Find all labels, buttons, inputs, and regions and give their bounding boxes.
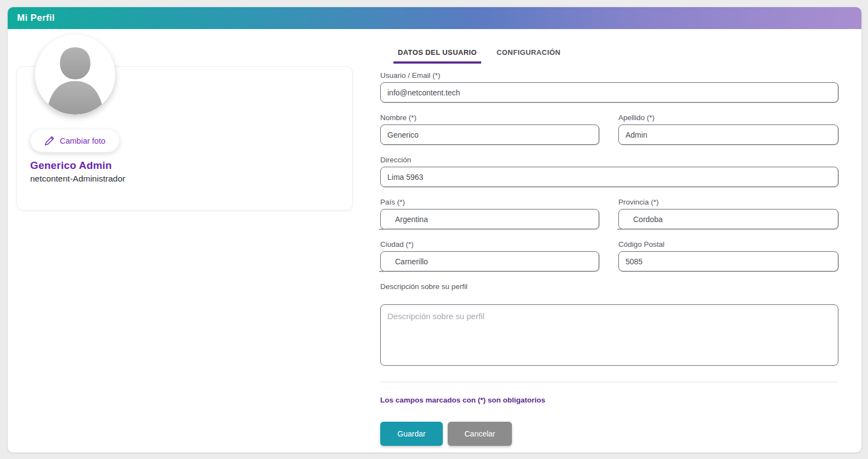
nombre-field[interactable] xyxy=(380,124,599,145)
form-actions: Guardar Cancelar xyxy=(380,422,838,446)
page-title: Mi Perfil xyxy=(17,13,55,24)
save-button[interactable]: Guardar xyxy=(380,422,443,446)
codigo-postal-label: Código Postal xyxy=(618,240,838,248)
required-fields-note: Los campos marcados con (*) son obligato… xyxy=(380,396,838,404)
form-divider xyxy=(380,382,838,382)
apellido-label: Apellido (*) xyxy=(618,114,838,122)
codigo-postal-field[interactable] xyxy=(618,251,838,271)
email-field[interactable] xyxy=(380,82,838,103)
pais-label: País (*) xyxy=(380,198,599,206)
tab-datos-del-usuario[interactable]: DATOS DEL USUARIO xyxy=(393,45,481,64)
profile-name: Generico Admin xyxy=(30,160,112,172)
change-photo-label: Cambiar foto xyxy=(60,137,105,145)
ciudad-field[interactable] xyxy=(380,251,599,271)
user-data-form: DATOS DEL USUARIO CONFIGURACIÓN Usuario … xyxy=(380,7,838,446)
avatar xyxy=(35,35,115,115)
pais-select-wrap xyxy=(380,209,599,229)
cancel-button[interactable]: Cancelar xyxy=(448,422,512,446)
change-photo-button[interactable]: Cambiar foto xyxy=(30,129,120,152)
descripcion-label: Descripción sobre su perfil xyxy=(380,282,838,291)
person-silhouette-icon xyxy=(35,35,115,115)
ciudad-label: Ciudad (*) xyxy=(380,240,599,248)
descripcion-field[interactable] xyxy=(380,304,838,366)
apellido-field[interactable] xyxy=(618,124,838,145)
email-label: Usuario / Email (*) xyxy=(380,71,838,80)
ciudad-select-wrap xyxy=(380,251,599,271)
profile-role: netcontent-Administrador xyxy=(30,174,125,184)
nombre-label: Nombre (*) xyxy=(380,114,599,122)
tab-configuracion[interactable]: CONFIGURACIÓN xyxy=(492,45,565,64)
profile-tabs: DATOS DEL USUARIO CONFIGURACIÓN xyxy=(380,45,838,64)
direccion-field[interactable] xyxy=(380,167,838,187)
provincia-select-wrap xyxy=(618,209,838,229)
pencil-icon xyxy=(44,135,55,146)
profile-panel: Mi Perfil xyxy=(8,7,861,452)
direccion-label: Dirección xyxy=(380,156,838,164)
provincia-field[interactable] xyxy=(618,209,838,229)
page: Mi Perfil xyxy=(0,0,868,459)
pais-field[interactable] xyxy=(380,209,599,229)
provincia-label: Provincia (*) xyxy=(618,198,838,206)
